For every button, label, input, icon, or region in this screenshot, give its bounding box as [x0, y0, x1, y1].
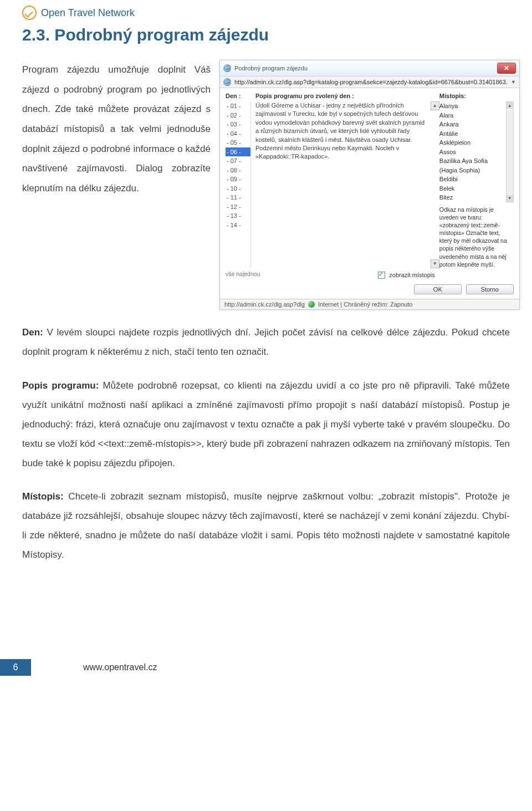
dialog-titlebar: Podrobný program zájezdu ✕ — [220, 60, 519, 76]
day-item[interactable]: - 10 - — [226, 184, 250, 193]
page-number: 6 — [0, 659, 31, 676]
mistopis-list[interactable]: AlanyaAlaraAnkaraAntálieAsklépieionAssos… — [439, 101, 506, 202]
mistopis-item[interactable]: Assos — [439, 147, 506, 157]
ie-icon — [223, 64, 231, 72]
day-list[interactable]: - 01 -- 02 -- 03 -- 04 -- 05 -- 06 -- 07… — [226, 101, 251, 268]
mistopis-item[interactable]: Belek — [439, 184, 506, 193]
paragraph-den-label: Den: — [22, 327, 43, 338]
zobrazit-mistopis-label: zobrazit místopis — [389, 272, 435, 278]
footer-url: www.opentravel.cz — [83, 662, 157, 672]
mistopis-item[interactable]: Bazilika Aya Sofia (Hagia Sophia) — [439, 156, 506, 175]
day-item[interactable]: - 14 - — [226, 221, 250, 230]
mistopis-item[interactable]: Ankara — [439, 120, 506, 129]
col-header-den: Den : — [226, 93, 251, 101]
scroll-down-icon[interactable]: ▼ — [431, 259, 439, 268]
mistopis-item[interactable]: Asklépieion — [439, 138, 506, 147]
page-icon — [223, 78, 231, 86]
scroll-up-icon[interactable]: ▲ — [507, 102, 513, 109]
status-mode: Internet | Chráněný režim: Zapnuto — [318, 301, 412, 308]
storno-button[interactable]: Storno — [466, 284, 514, 294]
day-item[interactable]: - 05 - — [226, 138, 250, 147]
dialog-window: Podrobný program zájezdu ✕ http://admin.… — [219, 60, 520, 310]
brand-name: Open Travel Network — [41, 7, 135, 19]
popis-column: ▲ Údolí Göreme a Uchisar - jedny z nejvě… — [251, 101, 439, 268]
scroll-down-icon[interactable]: ▼ — [507, 195, 513, 202]
mistopis-hint: Odkaz na místopis je uveden ve tvaru: «z… — [439, 206, 514, 268]
paragraph-den: Den: V levém sloupci najdete rozpis jedn… — [22, 323, 510, 362]
day-item[interactable]: - 08 - — [226, 166, 250, 175]
paragraph-mistopis-label: Místopis: — [22, 491, 64, 502]
ok-button[interactable]: OK — [414, 284, 462, 294]
day-item[interactable]: - 12 - — [226, 202, 250, 212]
day-item[interactable]: - 09 - — [226, 175, 250, 184]
mistopis-column: AlanyaAlaraAnkaraAntálieAsklépieionAssos… — [439, 101, 514, 268]
address-url: http://admin.ck.cz/dlg.asp?dlg=katalog-p… — [234, 79, 508, 85]
day-item[interactable]: - 06 - — [226, 147, 250, 157]
mistopis-item[interactable]: Alara — [439, 111, 506, 120]
scroll-up-icon[interactable]: ▲ — [431, 101, 439, 110]
paragraph-popis-label: Popis programu: — [22, 380, 99, 391]
brand-logo-icon — [22, 6, 37, 20]
zobrazit-mistopis-checkbox[interactable] — [378, 272, 385, 279]
day-item[interactable]: - 04 - — [226, 129, 250, 139]
all-at-once-link[interactable]: vše najednou — [226, 268, 251, 279]
page-footer: 6 www.opentravel.cz — [22, 654, 510, 676]
chevron-down-icon[interactable]: ▼ — [511, 79, 516, 85]
day-item[interactable]: - 11 - — [226, 193, 250, 202]
status-bar: http://admin.ck.cz/dlg.asp?dlg Internet … — [220, 299, 519, 309]
day-item[interactable]: - 07 - — [226, 156, 250, 166]
status-url: http://admin.ck.cz/dlg.asp?dlg — [224, 301, 305, 308]
address-bar[interactable]: http://admin.ck.cz/dlg.asp?dlg=katalog-p… — [220, 76, 519, 88]
paragraph-mistopis: Místopis: Chcete-li zobrazit seznam míst… — [22, 487, 510, 564]
mistopis-item[interactable]: Beldibi — [439, 175, 506, 184]
day-item[interactable]: - 02 - — [226, 111, 250, 120]
paragraph-popis: Popis programu: Můžete podrobně rozepsat… — [22, 376, 510, 473]
scrollbar[interactable]: ▲ ▼ — [506, 101, 514, 202]
mistopis-item[interactable]: Alanya — [439, 101, 506, 111]
section-title: 2.3. Podrobný program zájezdu — [22, 25, 510, 44]
day-item[interactable]: - 13 - — [226, 211, 250, 221]
mistopis-item[interactable]: Antálie — [439, 129, 506, 139]
brand-header: Open Travel Network — [22, 6, 510, 20]
close-icon[interactable]: ✕ — [497, 63, 516, 74]
col-header-popis: Popis programu pro zvolený den : — [251, 93, 439, 101]
zobrazit-mistopis-row: zobrazit místopis — [251, 268, 439, 279]
day-item[interactable]: - 01 - — [226, 101, 250, 111]
day-item[interactable]: - 03 - — [226, 120, 250, 129]
col-header-mistopis: Místopis: — [439, 93, 514, 101]
popis-text[interactable]: Údolí Göreme a Uchisar - jedny z největš… — [255, 101, 435, 161]
mistopis-item[interactable]: Bitez — [439, 193, 506, 202]
globe-icon — [308, 301, 315, 308]
intro-paragraph: Program zájezdu umožňuje doplnit Váš záj… — [22, 60, 211, 198]
dialog-title: Podrobný program zájezdu — [234, 65, 308, 72]
